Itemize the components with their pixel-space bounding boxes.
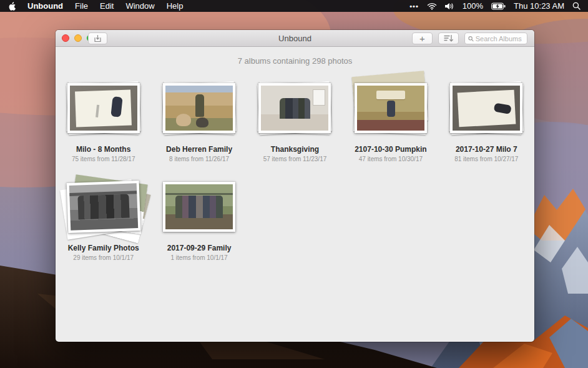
album-stack — [64, 177, 143, 236]
album-thumbnail — [355, 83, 427, 133]
album-card[interactable]: Kelly Family Photos 29 items from 10/1/1… — [56, 177, 151, 261]
apple-menu-icon[interactable] — [7, 1, 16, 11]
album-name: Thanksgiving — [271, 145, 319, 154]
album-card[interactable]: 2017-10-27 Milo 7 81 items from 10/27/17 — [439, 79, 534, 162]
album-meta: 29 items from 10/1/17 — [73, 254, 134, 261]
album-thumbnail — [66, 181, 140, 233]
album-stack — [447, 79, 526, 137]
wifi-icon[interactable] — [427, 2, 437, 10]
album-meta: 75 items from 11/28/17 — [72, 156, 135, 162]
sort-icon — [444, 34, 454, 42]
album-meta: 57 items from 11/23/17 — [263, 156, 327, 162]
menu-bar: Unbound File Edit Window Help ••• 100% — [0, 0, 588, 12]
album-cover-photo — [70, 86, 137, 131]
album-card[interactable]: 2107-10-30 Pumpkin 47 items from 10/30/1… — [343, 79, 438, 162]
menu-edit[interactable]: Edit — [100, 1, 114, 11]
spotlight-search-icon[interactable] — [572, 2, 581, 10]
album-thumbnail — [67, 83, 140, 133]
album-cover-photo — [69, 183, 137, 231]
album-thumbnail — [258, 83, 331, 133]
menu-clock[interactable]: Thu 10:23 AM — [514, 1, 564, 11]
search-input[interactable] — [476, 35, 524, 42]
sort-button[interactable] — [438, 32, 459, 44]
album-meta: 81 items from 10/27/17 — [454, 156, 518, 162]
album-stack — [64, 79, 143, 137]
album-grid: Milo - 8 Months 75 items from 11/28/17 D… — [56, 79, 534, 261]
album-cover-photo — [357, 86, 424, 131]
album-summary: 7 albums containing 298 photos — [56, 56, 534, 66]
album-card[interactable]: 2017-09-29 Family 1 items from 10/1/17 — [151, 177, 247, 261]
album-meta: 1 items from 10/1/17 — [171, 254, 228, 261]
notification-center-icon[interactable]: ••• — [409, 2, 419, 10]
album-stack — [160, 177, 238, 236]
menu-window[interactable]: Window — [125, 1, 154, 11]
add-album-button[interactable]: + — [412, 32, 433, 44]
album-stack — [351, 79, 430, 137]
album-name: 2107-10-30 Pumpkin — [355, 145, 426, 154]
window-titlebar[interactable]: Unbound + — [56, 30, 534, 47]
album-name: 2017-09-29 Family — [167, 244, 232, 252]
album-name: Milo - 8 Months — [76, 145, 130, 154]
album-browser: 7 albums containing 298 photos Milo - 8 … — [56, 47, 534, 342]
menu-app-name[interactable]: Unbound — [27, 1, 63, 11]
volume-icon[interactable] — [445, 2, 454, 10]
album-thumbnail — [163, 83, 235, 133]
album-stack — [255, 79, 334, 137]
album-card[interactable]: Thanksgiving 57 items from 11/23/17 — [247, 79, 343, 162]
search-albums-field[interactable] — [464, 32, 527, 44]
battery-percent[interactable]: 100% — [463, 1, 483, 11]
import-icon — [93, 34, 102, 43]
album-name: Kelly Family Photos — [68, 244, 139, 252]
album-thumbnail — [163, 182, 235, 232]
album-cover-photo — [165, 86, 233, 131]
album-meta: 8 items from 11/26/17 — [169, 156, 229, 162]
minimize-button[interactable] — [74, 34, 82, 42]
menu-help[interactable]: Help — [167, 1, 184, 11]
album-name: Deb Herren Family — [166, 145, 232, 154]
album-stack — [160, 79, 238, 137]
search-icon — [468, 36, 474, 42]
unbound-window: Unbound + 7 albums containing 298 — [56, 30, 534, 342]
album-meta: 47 items from 10/30/17 — [359, 156, 423, 162]
close-button[interactable] — [62, 34, 69, 42]
album-card[interactable]: Deb Herren Family 8 items from 11/26/17 — [151, 79, 247, 162]
album-card[interactable]: Milo - 8 Months 75 items from 11/28/17 — [56, 79, 151, 162]
menu-file[interactable]: File — [75, 1, 88, 11]
album-thumbnail — [450, 83, 522, 133]
album-name: 2017-10-27 Milo 7 — [456, 145, 517, 154]
album-cover-photo — [261, 86, 328, 131]
album-cover-photo — [453, 86, 520, 131]
battery-charging-icon[interactable] — [491, 2, 506, 10]
import-button[interactable] — [88, 32, 107, 44]
album-cover-photo — [165, 184, 233, 229]
